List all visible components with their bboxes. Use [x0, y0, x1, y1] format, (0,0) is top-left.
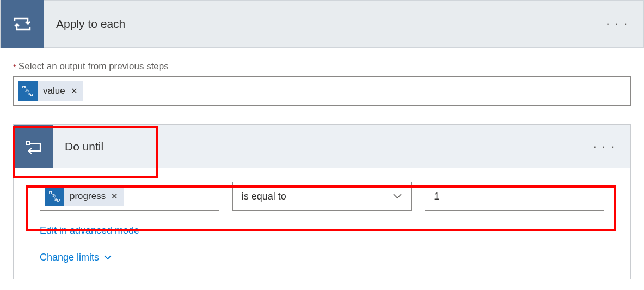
change-limits-label: Change limits	[40, 252, 99, 263]
output-label-text: Select an output from previous steps	[19, 61, 169, 72]
chevron-down-icon	[392, 192, 402, 201]
edit-advanced-mode-link[interactable]: Edit in advanced mode	[40, 225, 139, 237]
progress-token-remove[interactable]: ✕	[111, 191, 118, 201]
value-token-remove[interactable]: ✕	[71, 86, 78, 96]
svg-text:a: a	[28, 91, 30, 96]
value-token[interactable]: あ a value ✕	[18, 81, 83, 101]
loop-icon	[1, 0, 44, 48]
apply-to-each-title: Apply to each	[44, 17, 591, 31]
edit-advanced-label: Edit in advanced mode	[40, 225, 139, 237]
flow-editor-canvas: Apply to each · · · * Select an output f…	[0, 0, 644, 279]
apply-to-each-body: * Select an output from previous steps あ…	[0, 48, 644, 106]
svg-text:a: a	[54, 196, 57, 202]
apply-to-each-menu[interactable]: · · ·	[591, 17, 643, 31]
do-until-header[interactable]: Do until · · ·	[14, 125, 630, 168]
output-field-label: * Select an output from previous steps	[13, 61, 631, 72]
svg-rect-2	[26, 141, 29, 144]
translate-icon: あ a	[45, 186, 64, 206]
progress-token[interactable]: あ a progress ✕	[45, 186, 124, 206]
condition-row: あ a progress ✕ is equal to 1	[40, 182, 604, 211]
operator-label: is equal to	[242, 191, 286, 202]
change-limits-link[interactable]: Change limits	[40, 252, 112, 263]
condition-value-input[interactable]: 1	[425, 182, 604, 211]
do-until-body: あ a progress ✕ is equal to 1	[14, 168, 630, 263]
output-from-previous-input[interactable]: あ a value ✕	[13, 76, 631, 106]
condition-value-text: 1	[434, 191, 439, 202]
apply-to-each-header[interactable]: Apply to each · · ·	[0, 0, 644, 48]
chevron-down-icon	[103, 252, 112, 263]
translate-icon: あ a	[18, 81, 38, 101]
condition-operator-select[interactable]: is equal to	[232, 182, 412, 211]
progress-token-text: progress	[70, 191, 106, 202]
do-until-menu[interactable]: · · ·	[578, 140, 630, 154]
condition-left-input[interactable]: あ a progress ✕	[40, 182, 219, 211]
do-until-icon	[14, 125, 53, 168]
required-asterisk: *	[13, 62, 16, 71]
do-until-title: Do until	[53, 140, 578, 153]
do-until-action: Do until · · · あ a pro	[13, 124, 631, 279]
value-token-text: value	[43, 86, 65, 96]
